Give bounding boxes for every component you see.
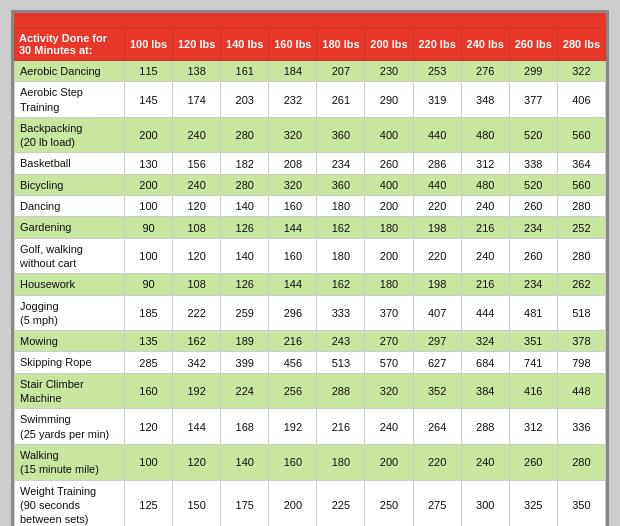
calorie-cell: 570	[365, 352, 413, 373]
calorie-cell: 203	[221, 82, 269, 118]
calorie-cell: 126	[221, 274, 269, 295]
calorie-cell: 250	[365, 480, 413, 526]
calorie-cell: 161	[221, 61, 269, 82]
calorie-cell: 108	[173, 217, 221, 238]
calorie-cell: 216	[269, 331, 317, 352]
calorie-cell: 741	[509, 352, 557, 373]
table-row: Weight Training(90 secondsbetween sets)1…	[15, 480, 606, 526]
weight-col-120: 120 lbs	[173, 28, 221, 61]
calorie-cell: 120	[125, 409, 173, 445]
calorie-cell: 377	[509, 82, 557, 118]
calorie-cell: 180	[365, 274, 413, 295]
calorie-cell: 216	[461, 274, 509, 295]
calorie-cell: 297	[413, 331, 461, 352]
calorie-cell: 216	[317, 409, 365, 445]
calorie-cell: 220	[413, 196, 461, 217]
calories-table: Activity Done for 30 Minutes at: 100 lbs…	[14, 27, 606, 526]
activity-cell: Mowing	[15, 331, 125, 352]
calorie-cell: 185	[125, 295, 173, 331]
activity-cell: Bicycling	[15, 174, 125, 195]
calorie-cell: 407	[413, 295, 461, 331]
calorie-cell: 220	[413, 238, 461, 274]
calorie-cell: 162	[173, 331, 221, 352]
calorie-cell: 182	[221, 153, 269, 174]
calorie-cell: 145	[125, 82, 173, 118]
calorie-cell: 168	[221, 409, 269, 445]
calorie-cell: 207	[317, 61, 365, 82]
calorie-cell: 126	[221, 217, 269, 238]
table-row: Mowing135162189216243270297324351378	[15, 331, 606, 352]
calorie-cell: 160	[269, 196, 317, 217]
calorie-cell: 240	[461, 444, 509, 480]
activity-cell: Golf, walkingwithout cart	[15, 238, 125, 274]
calorie-cell: 285	[125, 352, 173, 373]
calorie-cell: 240	[461, 196, 509, 217]
weight-col-140: 140 lbs	[221, 28, 269, 61]
calorie-cell: 90	[125, 217, 173, 238]
calorie-cell: 406	[557, 82, 605, 118]
calorie-cell: 518	[557, 295, 605, 331]
calorie-cell: 348	[461, 82, 509, 118]
calorie-cell: 198	[413, 217, 461, 238]
calorie-cell: 350	[557, 480, 605, 526]
calorie-cell: 290	[365, 82, 413, 118]
calorie-cell: 200	[365, 444, 413, 480]
calorie-cell: 140	[221, 196, 269, 217]
calorie-cell: 234	[509, 274, 557, 295]
activity-cell: Basketball	[15, 153, 125, 174]
calorie-cell: 240	[365, 409, 413, 445]
calorie-cell: 198	[413, 274, 461, 295]
calorie-cell: 253	[413, 61, 461, 82]
table-row: Gardening90108126144162180198216234252	[15, 217, 606, 238]
calorie-cell: 240	[461, 238, 509, 274]
calorie-cell: 312	[461, 153, 509, 174]
calorie-cell: 200	[125, 174, 173, 195]
calorie-cell: 220	[413, 444, 461, 480]
weight-col-100: 100 lbs	[125, 28, 173, 61]
calorie-cell: 135	[125, 331, 173, 352]
calorie-cell: 456	[269, 352, 317, 373]
calorie-cell: 100	[125, 238, 173, 274]
activity-cell: Stair ClimberMachine	[15, 373, 125, 409]
weight-col-280: 280 lbs	[557, 28, 605, 61]
calorie-cell: 184	[269, 61, 317, 82]
calorie-cell: 150	[173, 480, 221, 526]
calorie-cell: 400	[365, 117, 413, 153]
calorie-cell: 336	[557, 409, 605, 445]
calorie-cell: 322	[557, 61, 605, 82]
calorie-cell: 243	[317, 331, 365, 352]
calorie-cell: 200	[365, 196, 413, 217]
weight-col-200: 200 lbs	[365, 28, 413, 61]
calorie-cell: 240	[173, 174, 221, 195]
calorie-cell: 180	[317, 238, 365, 274]
calorie-cell: 90	[125, 274, 173, 295]
table-row: Jogging(5 mph)18522225929633337040744448…	[15, 295, 606, 331]
calorie-cell: 288	[461, 409, 509, 445]
calorie-cell: 256	[269, 373, 317, 409]
table-row: Backpacking(20 lb load)20024028032036040…	[15, 117, 606, 153]
calorie-cell: 162	[317, 274, 365, 295]
calorie-cell: 280	[557, 444, 605, 480]
table-row: Aerobic Dancing1151381611842072302532762…	[15, 61, 606, 82]
calorie-cell: 280	[557, 238, 605, 274]
calorie-cell: 156	[173, 153, 221, 174]
calorie-cell: 260	[509, 196, 557, 217]
calories-table-wrapper: Activity Done for 30 Minutes at: 100 lbs…	[11, 10, 609, 526]
calorie-cell: 174	[173, 82, 221, 118]
calorie-cell: 684	[461, 352, 509, 373]
calorie-cell: 560	[557, 174, 605, 195]
table-row: Skipping Rope285342399456513570627684741…	[15, 352, 606, 373]
calorie-cell: 224	[221, 373, 269, 409]
activity-cell: Skipping Rope	[15, 352, 125, 373]
calorie-cell: 444	[461, 295, 509, 331]
calorie-cell: 160	[269, 238, 317, 274]
calorie-cell: 140	[221, 238, 269, 274]
activity-column-header: Activity Done for 30 Minutes at:	[15, 28, 125, 61]
calorie-cell: 378	[557, 331, 605, 352]
calorie-cell: 192	[173, 373, 221, 409]
calorie-cell: 144	[269, 274, 317, 295]
calorie-cell: 175	[221, 480, 269, 526]
calorie-cell: 230	[365, 61, 413, 82]
calorie-cell: 319	[413, 82, 461, 118]
calorie-cell: 260	[365, 153, 413, 174]
